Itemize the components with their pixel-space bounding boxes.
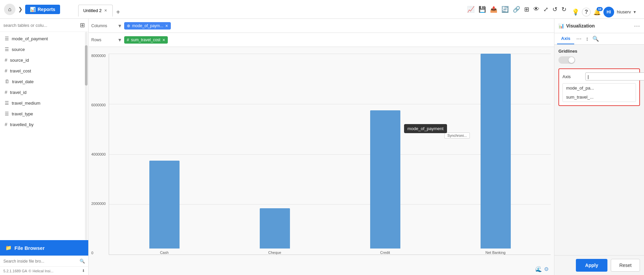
columns-shelf: Columns ▼ ⊕ mode_of_paym... × bbox=[89, 19, 554, 33]
chart-bar-cash[interactable] bbox=[149, 161, 180, 249]
download-icon[interactable]: ⬇ bbox=[82, 269, 85, 273]
sidebar-file-search: 🔍 bbox=[0, 256, 88, 266]
sidebar-grid-icon[interactable]: ⊞ bbox=[80, 21, 85, 29]
hash-icon: # bbox=[5, 90, 7, 95]
tab-axis[interactable]: Axis bbox=[557, 33, 574, 44]
y-label-2m: 2000000 bbox=[91, 202, 106, 206]
refresh-icon-btn[interactable]: 🔄 bbox=[500, 4, 510, 14]
right-panel-body: Gridlines Axis 🔍 mode_of_pa... bbox=[554, 45, 644, 255]
sidebar-item-travel-cost[interactable]: # travel_cost bbox=[0, 65, 88, 76]
file-search-icon[interactable]: 🔍 bbox=[80, 259, 85, 264]
sidebar-scrollbar-track[interactable] bbox=[85, 32, 88, 240]
chart-bar-group: Credit bbox=[343, 54, 427, 255]
sidebar-item-source[interactable]: ☰ source bbox=[0, 44, 88, 55]
axis-input-wrap: 🔍 bbox=[585, 72, 644, 80]
chart-bar-cheque[interactable] bbox=[260, 208, 290, 249]
tab-untitled2[interactable]: Untitled 2 × bbox=[78, 5, 113, 17]
y-label-6m: 6000000 bbox=[91, 103, 106, 107]
file-search-input[interactable] bbox=[3, 259, 78, 264]
settings-icon[interactable]: ⚙ bbox=[544, 266, 549, 272]
chart-bars-area: CashChequeCreditNet Banking bbox=[109, 54, 551, 255]
nav-chevron-icon[interactable]: ❯ bbox=[18, 6, 22, 12]
axis-search-input[interactable] bbox=[588, 74, 644, 79]
sidebar-scrollbar-thumb[interactable] bbox=[85, 45, 88, 86]
view-icon-btn[interactable]: 👁 bbox=[532, 4, 541, 14]
reports-button[interactable]: 📊 Reports bbox=[25, 5, 60, 14]
line-chart-icon-btn[interactable]: 📈 bbox=[466, 4, 476, 14]
chip-label: mode_of_paym... bbox=[132, 23, 163, 28]
sidebar-item-travel-medium[interactable]: ☰ travel_medium bbox=[0, 98, 88, 108]
tab-label: Untitled 2 bbox=[83, 8, 102, 13]
rows-label: Rows bbox=[91, 38, 115, 42]
chip-hash-icon: # bbox=[127, 38, 129, 42]
right-panel-footer: Apply Reset bbox=[554, 255, 644, 275]
tab-sort-icon-btn[interactable]: ↕ bbox=[584, 34, 590, 44]
chart-bar-net-banking[interactable] bbox=[481, 54, 511, 249]
hash-icon: # bbox=[5, 57, 7, 63]
username-label[interactable]: hiuserv bbox=[617, 9, 631, 14]
sidebar-item-travelled-by[interactable]: # travelled_by bbox=[0, 119, 88, 130]
bar-chart-icon: 📊 bbox=[30, 7, 36, 12]
axis-dropdown-list: mode_of_pa... sum_travel_... bbox=[562, 83, 636, 102]
columns-dropdown-icon[interactable]: ▼ bbox=[117, 23, 122, 29]
doc-icon: ☰ bbox=[5, 100, 9, 106]
y-label-0: 0 bbox=[91, 251, 106, 255]
gridlines-section: Gridlines bbox=[558, 49, 640, 64]
file-browser-button[interactable]: 📁 File Browser bbox=[0, 240, 88, 256]
axis-dropdown-item-sum[interactable]: sum_travel_... bbox=[563, 93, 636, 102]
sidebar-item-travel-type[interactable]: ☰ travel_type bbox=[0, 108, 88, 119]
chart-bar-group: Cheque bbox=[233, 54, 316, 255]
bulb-icon-btn[interactable]: 💡 bbox=[572, 8, 579, 16]
rows-chip-close-button[interactable]: × bbox=[162, 38, 165, 42]
tab-add-button[interactable]: + bbox=[113, 8, 123, 16]
hash-icon: # bbox=[5, 68, 7, 73]
share-icon-btn[interactable]: 🔗 bbox=[511, 4, 522, 14]
chart-canvas: 8000000 6000000 4000000 2000000 0 CashCh… bbox=[89, 47, 554, 275]
layout-icon-btn[interactable]: ⊞ bbox=[523, 4, 531, 14]
tab-bar: Untitled 2 × + bbox=[76, 2, 463, 17]
sidebar-search-input[interactable] bbox=[3, 23, 79, 28]
gridlines-toggle[interactable] bbox=[558, 56, 575, 64]
sidebar-item-label: source bbox=[12, 47, 25, 52]
right-panel-title: 📊 Visualization bbox=[558, 23, 595, 29]
export-icon-btn[interactable]: 📤 bbox=[489, 4, 499, 14]
sidebar-version: 5.2.1.1689 GA © Helical Insi... ⬇ bbox=[0, 266, 88, 275]
right-panel-header: 📊 Visualization ⋯ bbox=[554, 19, 644, 33]
sidebar-item-mode-of-payment[interactable]: ☰ mode_of_payment bbox=[0, 33, 88, 44]
save-icon-btn[interactable]: 💾 bbox=[477, 4, 487, 14]
tab-more-icon-btn[interactable]: ⋯ bbox=[574, 34, 584, 44]
columns-label: Columns bbox=[91, 23, 115, 28]
apply-button[interactable]: Apply bbox=[576, 259, 608, 272]
chart-bar-credit[interactable] bbox=[370, 110, 400, 249]
chart-bar-group: Net Banking bbox=[454, 54, 537, 255]
reset-button[interactable]: Reset bbox=[611, 259, 640, 272]
rows-chip[interactable]: # sum_travel_cost × bbox=[124, 36, 168, 44]
axis-dropdown-item-mode[interactable]: mode_of_pa... bbox=[563, 84, 636, 93]
wave-icon[interactable]: 🌊 bbox=[535, 266, 542, 272]
sidebar-item-travel-date[interactable]: 🗓 travel_date bbox=[0, 76, 88, 87]
home-button[interactable]: ⌂ bbox=[4, 4, 15, 15]
redo-icon-btn[interactable]: ↻ bbox=[560, 4, 568, 14]
visualization-chart-icon: 📊 bbox=[558, 23, 564, 29]
chart-bottom-icons: 🌊 ⚙ bbox=[535, 266, 549, 272]
notification-badge: 10 bbox=[597, 7, 603, 11]
rows-dropdown-icon[interactable]: ▼ bbox=[117, 37, 122, 43]
user-avatar[interactable]: HI bbox=[603, 7, 614, 17]
sidebar-search-area: ⊞ bbox=[0, 19, 88, 32]
chart-x-label: Cheque bbox=[268, 251, 281, 255]
columns-chip[interactable]: ⊕ mode_of_paym... × bbox=[124, 22, 171, 30]
sidebar-item-source-id[interactable]: # source_id bbox=[0, 55, 88, 65]
chart-x-label: Cash bbox=[160, 251, 169, 255]
help-icon-btn[interactable]: ? bbox=[582, 8, 591, 16]
sidebar-item-travel-id[interactable]: # travel_id bbox=[0, 87, 88, 98]
user-dropdown-icon[interactable]: ▾ bbox=[634, 9, 636, 14]
undo-icon-btn[interactable]: ↺ bbox=[551, 4, 559, 14]
chip-close-button[interactable]: × bbox=[165, 23, 168, 28]
notification-icon-btn[interactable]: 🔔 10 bbox=[593, 8, 601, 16]
tab-close-button[interactable]: × bbox=[104, 8, 108, 13]
expand-icon-btn[interactable]: ⤢ bbox=[542, 4, 550, 14]
tab-search-icon-btn[interactable]: 🔍 bbox=[590, 34, 601, 44]
visualization-more-button[interactable]: ⋯ bbox=[634, 22, 640, 30]
doc-icon: ☰ bbox=[5, 111, 9, 116]
sidebar-item-label: source_id bbox=[10, 58, 29, 63]
